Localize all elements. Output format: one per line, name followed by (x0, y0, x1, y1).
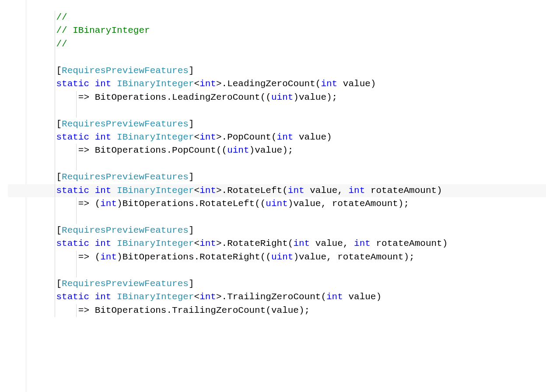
param: value (315, 238, 343, 248)
comment: // (56, 12, 67, 22)
keyword: int (95, 186, 112, 196)
method-name: RotateRight (200, 252, 260, 262)
method-name: RotateLeft (227, 186, 282, 196)
code-line: [RequiresPreviewFeatures] (8, 171, 546, 184)
method-name: RotateLeft (200, 199, 255, 209)
method-name: TrailingZeroCount (227, 292, 321, 302)
attribute: RequiresPreviewFeatures (62, 225, 189, 235)
keyword: int (354, 238, 371, 248)
code-line: => BitOperations.LeadingZeroCount((uint)… (8, 91, 546, 104)
method-name: PopCount (172, 145, 216, 155)
code-line: => BitOperations.TrailingZeroCount(value… (8, 304, 546, 317)
keyword: int (200, 186, 216, 196)
keyword: uint (266, 199, 287, 209)
keyword: int (200, 132, 216, 142)
code-line: [RequiresPreviewFeatures] (8, 64, 546, 77)
param: rotateAmount (337, 252, 403, 262)
type: IBinaryInteger (117, 186, 194, 196)
keyword: int (95, 292, 112, 302)
param: rotateAmount (371, 186, 437, 196)
keyword: static (56, 79, 89, 89)
keyword: static (56, 132, 89, 142)
attribute: RequiresPreviewFeatures (62, 66, 189, 76)
keyword: int (200, 79, 216, 89)
keyword: static (56, 238, 89, 248)
keyword: int (277, 132, 294, 142)
param: value (255, 145, 282, 155)
method-name: TrailingZeroCount (172, 305, 266, 315)
param: value (271, 305, 299, 315)
keyword: static (56, 186, 89, 196)
attribute: RequiresPreviewFeatures (62, 172, 189, 182)
type: IBinaryInteger (117, 132, 194, 142)
keyword: static (56, 292, 89, 302)
code-line: static int IBinaryInteger<int>.TrailingZ… (8, 290, 546, 304)
arrow: => (78, 145, 95, 155)
comment: // (56, 39, 67, 49)
bracket: ] (189, 119, 194, 129)
type: BitOperations (95, 92, 167, 102)
code-line: static int IBinaryInteger<int>.RotateRig… (8, 237, 546, 250)
keyword: uint (227, 145, 249, 155)
code-line-highlighted: static int IBinaryInteger<int>.RotateLef… (8, 184, 546, 197)
code-line: [RequiresPreviewFeatures] (8, 277, 546, 290)
attribute: RequiresPreviewFeatures (62, 119, 189, 129)
code-line: // IBinaryInteger (8, 24, 546, 37)
param: value (299, 252, 326, 262)
blank-line (8, 264, 546, 277)
arrow: => (78, 92, 95, 102)
keyword: int (293, 238, 310, 248)
method-name: LeadingZeroCount (227, 79, 315, 89)
type: IBinaryInteger (117, 238, 194, 248)
keyword: int (200, 292, 216, 302)
keyword: uint (271, 252, 293, 262)
arrow: => (78, 252, 95, 262)
param: value (293, 199, 321, 209)
keyword: int (95, 132, 112, 142)
keyword: int (95, 238, 112, 248)
keyword: int (200, 238, 216, 248)
param: value (299, 132, 326, 142)
code-line: static int IBinaryInteger<int>.LeadingZe… (8, 77, 546, 91)
bracket: [ (56, 225, 62, 235)
type: IBinaryInteger (117, 79, 194, 89)
keyword: int (288, 186, 304, 196)
attribute: RequiresPreviewFeatures (62, 279, 189, 289)
code-line: => (int)BitOperations.RotateRight((uint)… (8, 251, 546, 264)
type: BitOperations (122, 199, 194, 209)
type: BitOperations (122, 252, 194, 262)
method-name: PopCount (227, 132, 271, 142)
code-editor[interactable]: // // IBinaryInteger // [RequiresPreview… (0, 0, 546, 317)
code-line: [RequiresPreviewFeatures] (8, 118, 546, 131)
bracket: [ (56, 119, 62, 129)
keyword: int (348, 186, 365, 196)
param: value (343, 79, 371, 89)
keyword: int (321, 79, 337, 89)
blank-line (8, 211, 546, 224)
param: rotateAmount (376, 238, 442, 248)
blank-line (8, 51, 546, 64)
keyword: uint (271, 92, 293, 102)
type: BitOperations (95, 305, 167, 315)
bracket: ] (189, 279, 194, 289)
code-line: // (8, 38, 546, 51)
code-line: => (int)BitOperations.RotateLeft((uint)v… (8, 197, 546, 210)
arrow: => (78, 305, 95, 315)
code-line: => BitOperations.PopCount((uint)value); (8, 144, 546, 157)
bracket: [ (56, 66, 62, 76)
type: BitOperations (95, 145, 167, 155)
bracket: ] (189, 225, 194, 235)
bracket: ] (189, 172, 194, 182)
method-name: LeadingZeroCount (172, 92, 260, 102)
code-line: // (8, 11, 546, 24)
blank-line (8, 158, 546, 171)
keyword: int (95, 79, 112, 89)
bracket: [ (56, 172, 62, 182)
bracket: ] (189, 66, 194, 76)
code-line: [RequiresPreviewFeatures] (8, 224, 546, 237)
keyword: int (326, 292, 343, 302)
arrow: => (78, 199, 95, 209)
param: value (299, 92, 326, 102)
method-name: RotateRight (227, 238, 288, 248)
keyword: int (100, 252, 117, 262)
